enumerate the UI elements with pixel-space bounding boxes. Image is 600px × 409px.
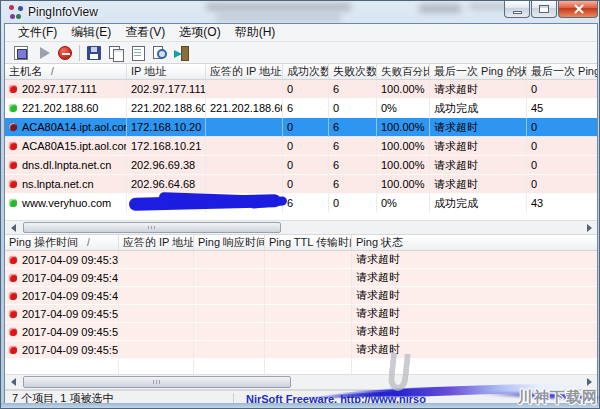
column-header[interactable]: Ping 状态 xyxy=(352,235,597,250)
host-row[interactable]: 221.202.188.60 221.202.188.60 221.202.18… xyxy=(5,99,597,118)
last-ping-status-cell: 请求超时 xyxy=(430,175,527,194)
ip-cell xyxy=(127,194,206,213)
grid-lines xyxy=(5,359,597,374)
column-header[interactable]: Ping 操作时间/ xyxy=(5,235,119,250)
column-header[interactable]: 失败百分比 xyxy=(377,64,430,79)
copy-icon xyxy=(108,45,124,61)
exit-button[interactable] xyxy=(171,43,193,63)
ping-time-cell: 2017-04-09 09:45:59 xyxy=(5,341,119,359)
status-dot-icon xyxy=(9,292,17,300)
host-cell: www.veryhuo.com xyxy=(5,194,127,213)
column-header[interactable]: 失败次数 xyxy=(329,64,377,79)
client-area: 文件(F) 编辑(E) 查看(V) 选项(O) 帮助(H) xyxy=(4,23,598,405)
ping-row[interactable]: 2017-04-09 09:45:55 请求超时 xyxy=(5,323,597,341)
column-header[interactable]: 成功次数 xyxy=(283,64,329,79)
reply-ip-cell xyxy=(206,118,283,137)
column-header[interactable]: 应答的 IP 地址 xyxy=(206,64,283,79)
fail-count-cell: 0 xyxy=(329,99,377,118)
play-icon xyxy=(40,47,50,59)
column-header[interactable]: IP 地址 xyxy=(127,64,206,79)
reply-ip-cell xyxy=(119,341,194,359)
column-header[interactable]: 应答的 IP 地址 xyxy=(119,235,194,250)
fail-count-cell: 0 xyxy=(329,194,377,213)
status-dot-icon xyxy=(9,104,17,112)
start-ping-button[interactable] xyxy=(32,43,54,63)
column-header[interactable]: 最后一次 Ping 的 xyxy=(527,64,597,79)
title-bar[interactable]: PingInfoView xyxy=(1,1,600,23)
host-row[interactable]: ACA80A15.ipt.aol.com 172.168.10.21 0 6 1… xyxy=(5,137,597,156)
column-header-label: 主机名 xyxy=(9,64,42,79)
column-header[interactable]: 主机名/ xyxy=(5,64,127,79)
column-header-label: Ping 响应时间 xyxy=(198,235,265,250)
success-count-cell: 6 xyxy=(283,99,329,118)
ping-row[interactable]: 2017-04-09 09:45:59 请求超时 xyxy=(5,341,597,359)
ping-row[interactable]: 2017-04-09 09:45:39 请求超时 xyxy=(5,251,597,269)
ping-status-cell: 请求超时 xyxy=(352,341,597,359)
minimize-button[interactable] xyxy=(504,1,530,18)
success-count-cell: 0 xyxy=(283,175,329,194)
ping-hscrollbar[interactable] xyxy=(5,374,597,390)
stop-icon xyxy=(58,46,72,60)
host-cell: 221.202.188.60 xyxy=(5,99,127,118)
host-row[interactable]: ns.lnpta.net.cn 202.96.64.68 0 6 100.00%… xyxy=(5,175,597,194)
scrollbar-thumb[interactable] xyxy=(23,222,281,233)
menu-item[interactable]: 选项(O) xyxy=(172,24,227,41)
ping-table-body: 2017-04-09 09:45:39 请求超时 2017-04-09 09:4… xyxy=(5,251,597,359)
last-ping-status-cell: 请求超时 xyxy=(430,118,527,137)
reply-ip-cell xyxy=(206,137,283,156)
pinginfoview-window: PingInfoView 文件(F) 编辑(E) 查看(V) 选项(O) 帮助(… xyxy=(0,0,600,409)
window-title: PingInfoView xyxy=(28,5,98,19)
stop-ping-button[interactable] xyxy=(54,43,76,63)
host-row[interactable]: 202.97.177.111 202.97.177.111 0 6 100.00… xyxy=(5,80,597,99)
fail-percent-cell: 100.00% xyxy=(377,118,430,137)
last-ping-status-cell: 成功完成 xyxy=(430,99,527,118)
ttl-cell xyxy=(265,323,352,341)
ping-row[interactable]: 2017-04-09 09:45:43 请求超时 xyxy=(5,269,597,287)
host-cell: dns.dl.lnpta.net.cn xyxy=(5,156,127,175)
menu-item[interactable]: 查看(V) xyxy=(118,24,172,41)
close-button[interactable] xyxy=(558,1,598,18)
options-button[interactable] xyxy=(10,43,32,63)
menu-item[interactable]: 编辑(E) xyxy=(64,24,118,41)
host-row[interactable]: dns.dl.lnpta.net.cn 202.96.69.38 0 6 100… xyxy=(5,156,597,175)
column-header[interactable]: 最后一次 Ping 的状态 xyxy=(430,64,527,79)
ping-row[interactable]: 2017-04-09 09:45:47 请求超时 xyxy=(5,287,597,305)
find-button[interactable] xyxy=(149,43,171,63)
reply-ip-cell xyxy=(119,287,194,305)
hosts-hscrollbar[interactable] xyxy=(5,220,597,235)
scroll-left-button[interactable] xyxy=(5,375,21,389)
ttl-cell xyxy=(265,251,352,269)
last-ping-cell: 0 xyxy=(527,175,597,194)
properties-button[interactable] xyxy=(127,43,149,63)
ttl-cell xyxy=(265,305,352,323)
reply-ip-cell xyxy=(206,156,283,175)
ip-cell: 202.96.64.68 xyxy=(127,175,206,194)
column-header-label: 应答的 IP 地址 xyxy=(210,64,281,79)
host-row[interactable]: ACA80A14.ipt.aol.com 172.168.10.20 0 6 1… xyxy=(5,118,597,137)
response-time-cell xyxy=(194,251,265,269)
host-row[interactable]: www.veryhuo.com 6 0 0% 成功完成 43 xyxy=(5,194,597,213)
ping-row[interactable]: 2017-04-09 09:45:51 请求超时 xyxy=(5,305,597,323)
scrollbar-track[interactable] xyxy=(21,221,581,234)
scrollbar-track[interactable] xyxy=(21,375,581,389)
column-header-label: IP 地址 xyxy=(131,64,166,79)
scroll-right-button[interactable] xyxy=(581,375,597,389)
menu-item[interactable]: 文件(F) xyxy=(11,24,64,41)
scrollbar-thumb[interactable] xyxy=(23,376,291,388)
menu-bar: 文件(F) 编辑(E) 查看(V) 选项(O) 帮助(H) xyxy=(5,24,597,42)
last-ping-cell: 0 xyxy=(527,137,597,156)
ip-cell: 172.168.10.20 xyxy=(127,118,206,137)
save-button[interactable] xyxy=(83,43,105,63)
host-cell: ACA80A14.ipt.aol.com xyxy=(5,118,127,137)
menu-item[interactable]: 帮助(H) xyxy=(228,24,283,41)
scroll-right-button[interactable] xyxy=(581,221,597,234)
maximize-button[interactable] xyxy=(531,1,557,18)
fail-count-cell: 6 xyxy=(329,156,377,175)
reply-ip-cell xyxy=(119,305,194,323)
column-header[interactable]: Ping TTL 传输时间 xyxy=(265,235,352,250)
copy-button[interactable] xyxy=(105,43,127,63)
properties-icon xyxy=(130,45,146,61)
status-dot-icon xyxy=(9,346,17,354)
scroll-left-button[interactable] xyxy=(5,221,21,234)
column-header[interactable]: Ping 响应时间 xyxy=(194,235,265,250)
